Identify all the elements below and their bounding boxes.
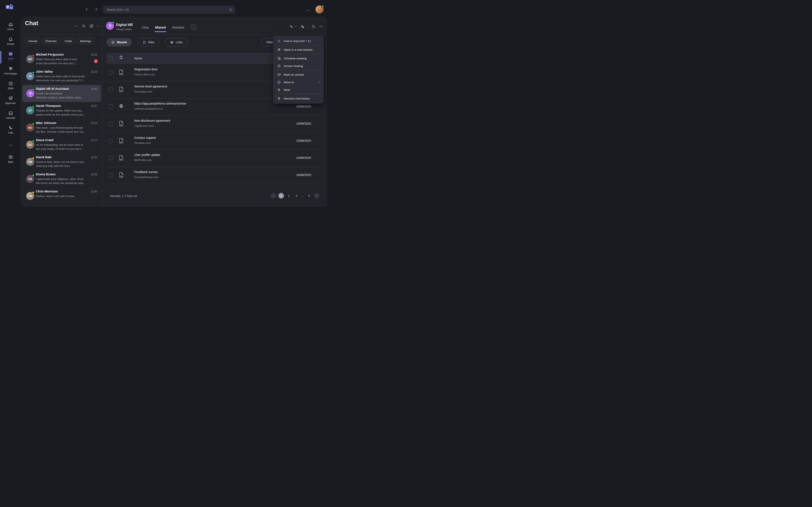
sidebar-item-label: Viva Engage [4, 72, 17, 75]
chat-filter-unread[interactable]: Unread [25, 38, 40, 44]
file-name[interactable]: Service level agreement [134, 85, 167, 88]
file-name[interactable]: User profile update [134, 153, 160, 157]
row-checkbox[interactable] [109, 173, 113, 177]
tab-chat[interactable]: Chat [142, 25, 149, 29]
pagination-page-1[interactable]: 1 [278, 193, 284, 199]
menu-item-remove-chat-history[interactable]: Remove chat history [273, 95, 323, 102]
file-row[interactable]: PDFUser profile updateMyProfile.com24/06… [103, 150, 327, 167]
view-filter-recent[interactable]: Recent [106, 38, 132, 47]
svg-text:W: W [120, 90, 122, 92]
trash-icon [277, 97, 281, 100]
app-rail: T HomeActivityChatViva EngageShiftsAppro… [0, 0, 21, 207]
add-tab-button[interactable] [191, 25, 196, 30]
sidebar-item-calendar[interactable]: Calendar [0, 111, 21, 122]
conversation-name: Diana Crawl [36, 138, 53, 142]
presence-online-dot [32, 174, 35, 177]
chat-options-button[interactable] [319, 24, 323, 29]
chevron-down-icon[interactable] [97, 25, 100, 27]
conversation-preview: Great to hear, Jane! Let me know if you … [36, 160, 96, 168]
menu-item-screen-sharing[interactable]: Screen sharing [273, 62, 323, 70]
sidebar-item-chat[interactable]: Chat [0, 52, 21, 63]
conversation-item[interactable]: Digital HR AI Assistant11:45Great! I've … [22, 85, 101, 102]
conversation-item[interactable]: DCDiana Crawl12:17As for onboarding: we … [22, 136, 101, 153]
row-checkbox[interactable] [109, 105, 113, 109]
file-name[interactable]: Non-disclosure agreement [134, 119, 170, 122]
sidebar-item-home[interactable]: Home [0, 22, 21, 34]
conversation-item[interactable]: MFMichael Fergusson10:18Hello! Have you … [22, 51, 101, 68]
conversation-item[interactable]: JVJohn Valley11:23Hello! Have you been a… [22, 68, 101, 85]
file-row[interactable]: PDFContact supportZendesk.com23/06/2025 [103, 132, 327, 150]
view-filter-files[interactable]: Files [138, 38, 159, 47]
conversation-time: 11:45 [91, 88, 97, 91]
user-avatar[interactable] [315, 5, 323, 13]
pagination-next-button[interactable] [314, 193, 319, 199]
menu-item-label: Mute [284, 88, 290, 92]
search-icon [277, 39, 281, 43]
chat-filter-meetings[interactable]: Meetings [77, 38, 95, 44]
row-checkbox[interactable] [109, 139, 113, 143]
pagination-page-3[interactable]: 3 [294, 193, 299, 199]
chat-filter-channels[interactable]: Channels [42, 38, 60, 44]
row-checkbox[interactable] [109, 70, 113, 74]
add-people-button[interactable] [301, 24, 305, 29]
file-date: 24/06/2025 [285, 156, 311, 160]
file-source: software.peopleforce.io [134, 107, 163, 110]
pagination-page-5[interactable]: 5 [306, 193, 312, 199]
sidebar-item-apps[interactable]: Apps [0, 155, 21, 166]
column-header-name: Name [134, 57, 142, 60]
sidebar-item-activity[interactable]: Activity [0, 37, 21, 49]
menu-item-find-in-chat-ctrl-f[interactable]: Find in chat (Ctrl + F) [273, 37, 323, 45]
new-chat-button[interactable] [89, 24, 93, 28]
file-row[interactable]: WFeedback surveySurveyMonkey.com24/06/20… [103, 167, 327, 184]
tab-storyline[interactable]: Storyline [172, 25, 185, 29]
file-name[interactable]: https://app.peopleforce.io/tenants/new [134, 102, 186, 105]
row-checkbox[interactable] [109, 156, 113, 160]
view-filter-links[interactable]: Links [165, 38, 188, 47]
conversation-time: 11:23 [91, 70, 97, 73]
chat-more-button[interactable] [74, 24, 78, 28]
pagination-page-2[interactable]: 2 [286, 193, 292, 199]
peer-status: Always online [116, 28, 132, 31]
file-row[interactable]: WNon-disclosure agreementLegalZoom.com23… [103, 115, 327, 132]
file-name[interactable]: Contact support [134, 136, 156, 139]
sidebar-item-label: Chat [8, 57, 13, 60]
svg-text:PDF: PDF [120, 73, 122, 74]
row-checkbox[interactable] [109, 122, 113, 126]
nav-back-button[interactable] [85, 7, 89, 11]
conversation-item[interactable]: EBEmma Brown12:25I appreciate your dilig… [22, 170, 101, 187]
search-input[interactable] [103, 6, 235, 14]
globe-icon [170, 41, 173, 44]
sidebar-item-approvals[interactable]: Approvals [0, 96, 21, 108]
screen-share-icon [277, 64, 281, 68]
pagination-prev-button[interactable] [271, 193, 276, 199]
row-checkbox[interactable] [109, 88, 113, 92]
call-button[interactable] [290, 24, 297, 29]
menu-item-move-to[interactable]: Move to [273, 78, 323, 86]
chat-filter-chats[interactable]: Chats [62, 38, 75, 44]
sidebar-item-calls[interactable]: Calls [0, 125, 21, 137]
conversation-item[interactable]: CMChris Morrison12:30Perfect, team! Let'… [22, 187, 101, 205]
menu-item-open-in-a-new-window[interactable]: Open in a new window [273, 46, 323, 53]
select-all-checkbox[interactable] [109, 56, 113, 60]
sidebar-item-viva-engage[interactable]: Viva Engage [0, 66, 21, 78]
rail-more-button[interactable] [0, 143, 21, 147]
chat-search-button[interactable] [82, 24, 86, 28]
menu-item-mark-as-unread[interactable]: Mark as unread [273, 71, 323, 78]
topbar-more-button[interactable] [306, 8, 310, 12]
nav-forward-button[interactable] [94, 7, 98, 11]
peer-avatar[interactable] [106, 22, 114, 30]
conversation-item[interactable]: MJMike Johnson12:10Hey team, I just fini… [22, 119, 101, 136]
conversation-item[interactable]: DBDavid Bale12:20Great to hear, Jane! Le… [22, 153, 101, 170]
menu-item-mute[interactable]: Mute [273, 86, 323, 94]
svg-text:PDF: PDF [120, 159, 122, 160]
sidebar-item-shifts[interactable]: Shifts [0, 81, 21, 93]
file-source: LegalZoom.com [134, 124, 154, 127]
conversation-item[interactable]: STSarah Thompson12:07Thanks for the upda… [22, 102, 101, 119]
file-name[interactable]: Registration form [134, 68, 158, 71]
chat-list-header: Chat [21, 17, 102, 35]
file-name[interactable]: Feedback survey [134, 170, 158, 174]
find-in-chat-button[interactable] [311, 24, 315, 29]
unread-badge: 2 [94, 59, 98, 63]
menu-item-schedule-meeting[interactable]: Schedule meeting [273, 55, 323, 62]
tab-shared[interactable]: Shared [155, 25, 166, 29]
